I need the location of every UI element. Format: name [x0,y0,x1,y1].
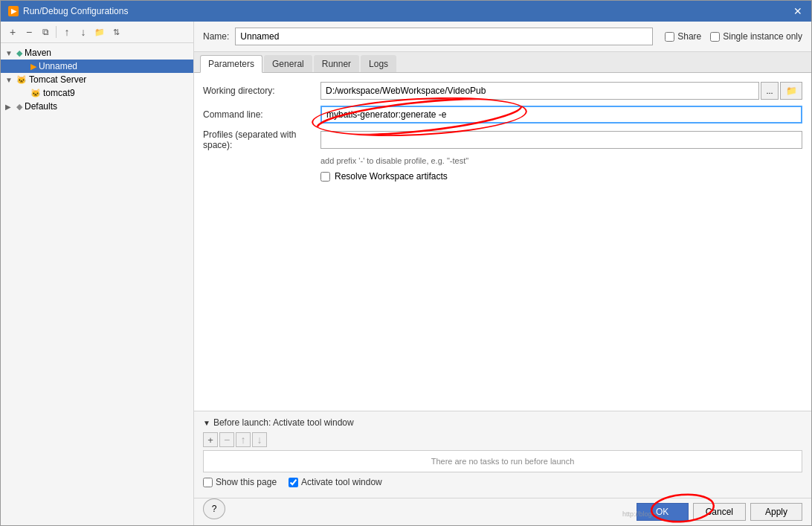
run-debug-dialog: ▶ Run/Debug Configurations ✕ + − ⧉ ↑ ↓ 📁… [0,0,812,526]
tab-runner[interactable]: Runner [314,55,359,72]
tab-general[interactable]: General [264,55,312,72]
add-config-button[interactable]: + [5,25,20,39]
defaults-label: Defaults [25,101,57,112]
folder-button[interactable]: 📁 [92,25,107,39]
launch-task-area: There are no tasks to run before launch [203,450,802,472]
launch-down-btn[interactable]: ↓ [252,432,267,447]
tab-parameters[interactable]: Parameters [200,55,262,73]
content-area: + − ⧉ ↑ ↓ 📁 ⇅ ▼ ◆ Maven [1,22,811,525]
command-line-input[interactable] [320,106,802,124]
tree-group-defaults[interactable]: ▶ ◆ Defaults [1,100,193,113]
tomcat9-label: tomcat9 [43,88,75,98]
resolve-workspace-label: Resolve Workspace artifacts [335,171,448,182]
name-label: Name: [203,31,229,42]
tree-group-tomcat[interactable]: ▼ 🐱 Tomcat Server [1,73,193,86]
left-panel: + − ⧉ ↑ ↓ 📁 ⇅ ▼ ◆ Maven [1,22,194,525]
browse-btn-dots[interactable]: ... [761,82,779,100]
help-button[interactable]: ? [203,498,225,519]
move-down-button[interactable]: ↓ [76,25,91,39]
single-instance-checkbox[interactable] [710,32,720,42]
share-checkbox[interactable] [665,32,674,42]
before-launch-label: Before launch: Activate tool window [213,417,354,428]
profiles-label: Profiles (separated with space): [203,129,315,150]
config-tree: ▼ ◆ Maven ▶ Unnamed ▼ 🐱 Tomcat Server [1,43,193,525]
single-instance-text: Single instance only [723,31,802,42]
tree-group-maven[interactable]: ▼ ◆ Maven [1,46,193,60]
share-checkbox-label[interactable]: Share [665,31,701,42]
params-area: Working directory: ... 📁 Command line: [194,73,811,411]
command-line-label: Command line: [203,109,315,120]
name-bar: Name: Share Single instance only [194,22,811,52]
single-instance-label[interactable]: Single instance only [710,31,802,42]
before-launch-section: ▼ Before launch: Activate tool window + … [194,411,811,498]
maven-group-label: Maven [25,48,51,58]
apply-button[interactable]: Apply [750,503,802,521]
launch-up-btn[interactable]: ↑ [236,432,251,447]
profiles-hint: add prefix '-' to disable profile, e.g. … [320,156,802,165]
tomcat-group-icon: 🐱 [16,75,27,85]
command-line-row: Command line: [203,106,802,124]
profiles-row: Profiles (separated with space): [203,129,802,150]
working-dir-wrap: ... 📁 [320,82,802,100]
activate-tool-label[interactable]: Activate tool window [289,477,382,487]
defaults-icon: ◆ [16,102,22,112]
tree-toggle-tomcat: ▼ [5,76,14,84]
activate-tool-checkbox[interactable] [289,478,298,487]
working-dir-input[interactable] [320,82,759,100]
tree-item-tomcat9[interactable]: 🐱 tomcat9 [1,86,193,100]
show-page-text: Show this page [216,477,277,487]
resolve-workspace-checkbox[interactable] [320,172,330,182]
maven-group-icon: ◆ [16,48,22,58]
share-area: Share Single instance only [665,31,802,42]
right-panel: Name: Share Single instance only Param [194,22,811,525]
maven-item-icon: ▶ [30,62,36,71]
before-launch-toggle[interactable]: ▼ [203,419,210,427]
left-toolbar: + − ⧉ ↑ ↓ 📁 ⇅ [1,22,193,43]
sort-button[interactable]: ⇅ [109,25,123,39]
tree-toggle-maven: ▼ [5,49,14,57]
tree-toggle-defaults: ▶ [5,103,14,111]
activate-tool-text: Activate tool window [301,477,382,487]
name-input[interactable] [235,28,653,45]
toolbar-separator [56,26,57,38]
bottom-checkboxes: Show this page Activate tool window [203,477,802,487]
tree-item-unnamed[interactable]: ▶ Unnamed [1,60,193,73]
command-wrap [320,106,802,124]
unnamed-label: Unnamed [39,61,77,71]
no-tasks-text: There are no tasks to run before launch [431,457,575,466]
resolve-workspace-row: Resolve Workspace artifacts [320,171,802,182]
title-bar-left: ▶ Run/Debug Configurations [8,6,128,16]
move-up-button[interactable]: ↑ [59,25,74,39]
title-icon: ▶ [8,6,19,16]
browse-btn-folder[interactable]: 📁 [780,82,802,100]
cancel-button[interactable]: Cancel [693,503,746,521]
action-bar: ? http://blog.c... OK Cancel Apply [194,498,811,525]
launch-add-btn[interactable]: + [203,432,218,447]
profiles-input[interactable] [320,131,802,149]
show-page-label[interactable]: Show this page [203,477,277,487]
tab-logs[interactable]: Logs [361,55,396,72]
tab-bar: Parameters General Runner Logs [194,52,811,73]
close-button[interactable]: ✕ [792,5,804,17]
url-watermark: http://blog.c... [622,510,663,518]
tomcat-group-label: Tomcat Server [29,74,86,85]
dialog-title: Run/Debug Configurations [23,6,128,16]
title-bar: ▶ Run/Debug Configurations ✕ [1,1,811,22]
copy-config-button[interactable]: ⧉ [38,25,53,39]
share-label: Share [677,31,701,42]
tomcat9-icon: 🐱 [30,89,41,98]
launch-toolbar: + − ↑ ↓ [203,432,802,447]
remove-config-button[interactable]: − [22,25,36,39]
working-dir-label: Working directory: [203,86,315,96]
before-launch-header: ▼ Before launch: Activate tool window [203,417,802,428]
launch-remove-btn[interactable]: − [219,432,234,447]
show-page-checkbox[interactable] [203,478,213,487]
working-dir-row: Working directory: ... 📁 [203,82,802,100]
